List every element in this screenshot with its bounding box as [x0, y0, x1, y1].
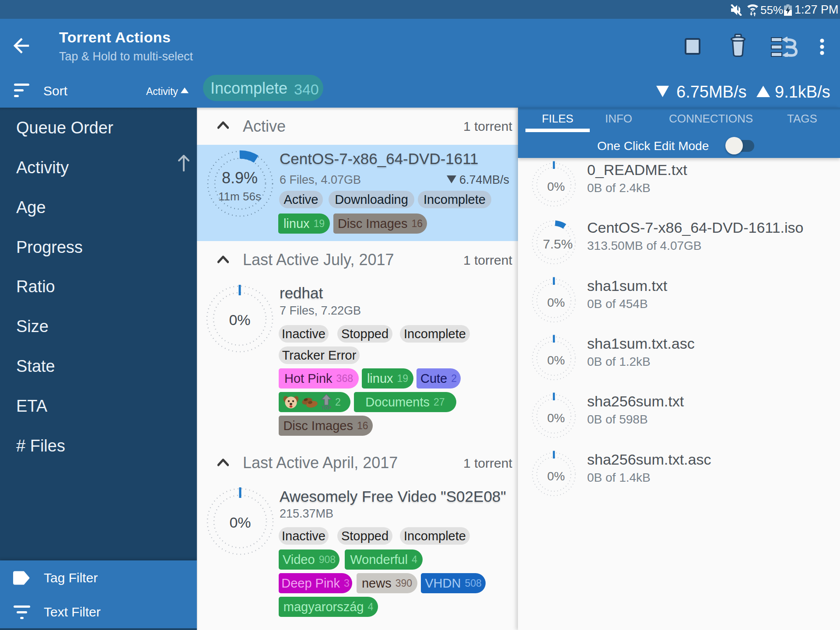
svg-text:TOP: TOP: [322, 405, 331, 410]
